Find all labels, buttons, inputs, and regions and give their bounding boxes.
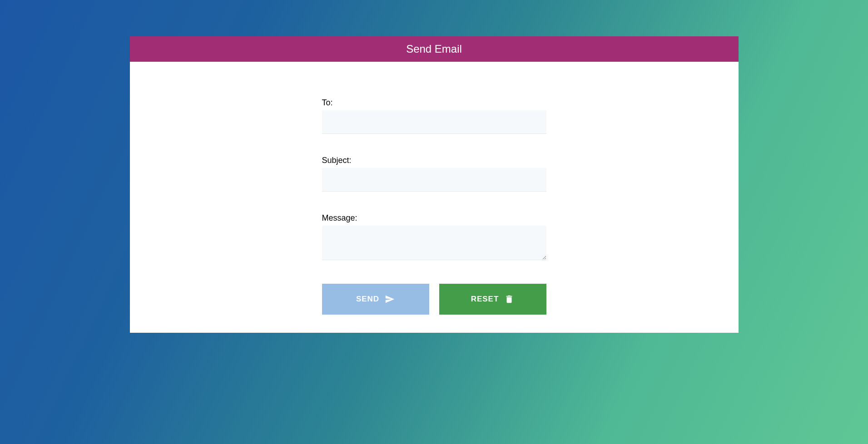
reset-button[interactable]: RESET bbox=[439, 284, 546, 315]
card-body: To: Subject: Message: SEND bbox=[130, 62, 739, 333]
to-input[interactable] bbox=[322, 110, 546, 134]
send-button-label: SEND bbox=[356, 295, 379, 304]
message-textarea[interactable] bbox=[322, 226, 546, 260]
to-label: To: bbox=[322, 98, 546, 108]
trash-icon bbox=[504, 294, 514, 304]
reset-button-label: RESET bbox=[471, 295, 499, 304]
send-icon bbox=[385, 294, 395, 304]
card-header: Send Email bbox=[130, 36, 739, 62]
to-group: To: bbox=[322, 98, 546, 134]
email-card: Send Email To: Subject: Message: SEND bbox=[130, 36, 739, 333]
send-button[interactable]: SEND bbox=[322, 284, 429, 315]
message-group: Message: bbox=[322, 213, 546, 262]
subject-group: Subject: bbox=[322, 156, 546, 192]
email-form: To: Subject: Message: SEND bbox=[322, 98, 546, 315]
page-title: Send Email bbox=[406, 43, 462, 55]
subject-label: Subject: bbox=[322, 156, 546, 165]
message-label: Message: bbox=[322, 213, 546, 223]
button-row: SEND RESET bbox=[322, 284, 546, 315]
subject-input[interactable] bbox=[322, 168, 546, 192]
